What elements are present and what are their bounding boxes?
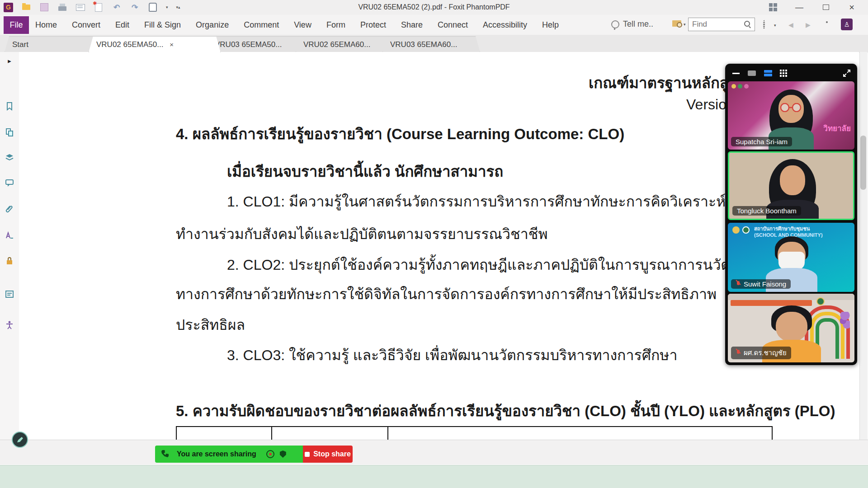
sidebar-expand-icon[interactable]: ▸ bbox=[4, 56, 15, 66]
search-in-files-icon[interactable] bbox=[672, 20, 681, 27]
undo-icon[interactable]: ↶ bbox=[112, 2, 122, 12]
menu-home[interactable]: Home bbox=[35, 20, 57, 30]
title-bar: G ↶ ↷ ▾ ▾▴ VRU02 65EMA502 (2).pdf - Foxi… bbox=[0, 0, 868, 15]
tab-vru02-65ema602[interactable]: VRU02 65EMA60... bbox=[296, 36, 396, 52]
video-tile-tongluck[interactable]: Tongluck Boontham bbox=[728, 151, 854, 220]
menu-view[interactable]: View bbox=[294, 20, 311, 30]
table-top-border bbox=[176, 426, 773, 427]
search-dropdown-icon[interactable]: ▾ bbox=[684, 22, 686, 27]
signature-panel-icon[interactable] bbox=[4, 230, 15, 241]
menu-connect[interactable]: Connect bbox=[438, 20, 468, 30]
open-file-icon[interactable] bbox=[21, 2, 31, 12]
zoom-minimize-icon[interactable] bbox=[731, 69, 741, 77]
minimize-button[interactable]: — bbox=[794, 3, 805, 12]
attachments-panel-icon[interactable] bbox=[4, 204, 15, 215]
accessibility-panel-icon[interactable] bbox=[4, 319, 15, 330]
flowers bbox=[840, 312, 850, 330]
doc-clo2-line2: ทางการศึกษาด้วยทักษะการใช้ดิจิทัลในการจั… bbox=[176, 282, 717, 305]
menu-convert[interactable]: Convert bbox=[72, 20, 100, 30]
zoom-speaker-view-icon[interactable] bbox=[747, 69, 757, 77]
tell-me-button[interactable]: Tell me.. bbox=[611, 19, 653, 29]
red-glasses bbox=[777, 103, 806, 112]
zoom-grid-view-icon[interactable] bbox=[778, 69, 788, 77]
tab-vru02-65ema502[interactable]: VRU02 65EMA50... × bbox=[89, 36, 221, 52]
customize-toolbar-icon[interactable]: ▾▴ bbox=[176, 5, 180, 9]
mic-muted-icon bbox=[736, 350, 741, 356]
restore-button[interactable] bbox=[821, 3, 831, 12]
doc-section5-heading: 5. ความรับผิดชอบของรายวิชาต่อผลลัพธ์การเ… bbox=[176, 399, 835, 423]
file-menu-button[interactable]: File bbox=[4, 16, 29, 34]
comments-panel-icon[interactable] bbox=[4, 178, 15, 188]
menu-protect[interactable]: Protect bbox=[360, 20, 386, 30]
ribbon-menu: File Home Convert Edit Fill & Sign Organ… bbox=[0, 15, 868, 35]
tile4-logo-icon bbox=[816, 297, 825, 305]
menu-help[interactable]: Help bbox=[542, 20, 559, 30]
table-vline bbox=[176, 426, 177, 440]
annotate-pencil-button[interactable] bbox=[12, 432, 28, 448]
recording-indicator-icon bbox=[266, 450, 274, 458]
foxit-logo-icon[interactable]: G bbox=[4, 3, 13, 12]
lightbulb-icon bbox=[611, 20, 619, 28]
table-vline bbox=[271, 426, 272, 440]
tile4-top-strip bbox=[728, 294, 854, 300]
hand-tool-icon[interactable] bbox=[148, 2, 158, 12]
table-vline bbox=[772, 426, 773, 440]
participant-name: Suwit Faisong bbox=[731, 279, 791, 289]
person-face bbox=[776, 312, 807, 342]
stop-share-button[interactable]: Stop share bbox=[303, 446, 353, 463]
desktop: G ↶ ↷ ▾ ▾▴ VRU02 65EMA502 (2).pdf - Foxi… bbox=[0, 0, 868, 488]
participant-name: ผศ.ดร.ชาญชัย bbox=[731, 347, 791, 359]
security-lock-icon[interactable] bbox=[4, 255, 15, 266]
print-icon[interactable] bbox=[57, 2, 67, 12]
zoom-gallery-strip-icon[interactable] bbox=[763, 69, 773, 77]
gear-icon[interactable] bbox=[763, 21, 765, 29]
menu-accessibility[interactable]: Accessibility bbox=[483, 20, 527, 30]
menu-edit[interactable]: Edit bbox=[115, 20, 129, 30]
person-face bbox=[780, 165, 805, 195]
scrollbar-thumb[interactable] bbox=[860, 136, 866, 190]
account-avatar[interactable]: ♙ bbox=[841, 19, 853, 30]
zoom-meeting-panel: วิทยาลัย Supatcha Sri-iam Tongluck Boont… bbox=[725, 64, 857, 365]
menu-comment[interactable]: Comment bbox=[244, 20, 279, 30]
zoom-expand-icon[interactable] bbox=[842, 69, 852, 77]
video-tile-supatcha[interactable]: วิทยาลัย Supatcha Sri-iam bbox=[728, 81, 854, 150]
video-tile-suwit[interactable]: สถาบันการศึกษากับชุมชน (SCHOOL AND COMMU… bbox=[728, 223, 854, 292]
gear-dropdown-icon[interactable]: ▾ bbox=[774, 23, 776, 28]
tile4-orange-banner bbox=[731, 300, 812, 306]
participant-name: Supatcha Sri-iam bbox=[731, 137, 792, 146]
back-arrow-icon[interactable]: ◀ bbox=[788, 21, 793, 28]
menu-share[interactable]: Share bbox=[401, 20, 423, 30]
menu-organize[interactable]: Organize bbox=[196, 20, 229, 30]
tab-close-icon[interactable]: × bbox=[170, 41, 174, 48]
redo-icon[interactable]: ↷ bbox=[130, 2, 140, 12]
create-pdf-icon[interactable] bbox=[94, 2, 104, 12]
tab-start[interactable]: Start bbox=[5, 36, 102, 52]
hand-tool-dropdown-icon[interactable]: ▾ bbox=[166, 5, 168, 9]
doc-clo2-line3: ประสิทธิผล bbox=[176, 313, 245, 336]
menu-form[interactable]: Form bbox=[326, 20, 345, 30]
windows-taskbar: Search M365 N GPDF L O LINE bbox=[0, 465, 868, 488]
menu-fill-sign[interactable]: Fill & Sign bbox=[144, 20, 181, 30]
layout-grid-icon[interactable] bbox=[768, 3, 778, 12]
page-thumbnails-icon[interactable] bbox=[4, 127, 15, 138]
save-icon[interactable] bbox=[39, 2, 49, 12]
doc-clo2-line1: 2. CLO2: ประยุกต์ใช้องค์ความรู้ทั้งภาคทฤ… bbox=[227, 253, 739, 276]
doc-section4-heading: 4. ผลลัพธ์การเรียนรู้ของรายวิชา (Course … bbox=[176, 122, 624, 146]
tile1-logo-icon bbox=[744, 84, 749, 89]
layers-panel-icon[interactable] bbox=[4, 152, 15, 163]
forward-arrow-icon[interactable]: ▶ bbox=[806, 21, 811, 28]
video-tile-chanchai[interactable]: ผศ.ดร.ชาญชัย bbox=[728, 294, 854, 362]
tab-vru03-65ema602[interactable]: VRU03 65EMA60... bbox=[382, 36, 480, 52]
navigation-sidebar: ▸ bbox=[0, 52, 19, 440]
email-icon[interactable] bbox=[75, 2, 85, 12]
form-fields-panel-icon[interactable] bbox=[4, 289, 15, 300]
vertical-scrollbar[interactable] bbox=[859, 52, 868, 440]
tile1-logo-icon bbox=[738, 84, 742, 89]
tile3-logo-icon bbox=[732, 226, 740, 234]
bookmarks-panel-icon[interactable] bbox=[4, 101, 15, 112]
participant-name: Tongluck Boontham bbox=[732, 206, 801, 216]
close-button[interactable]: × bbox=[846, 3, 857, 12]
sharing-message: You are screen sharing bbox=[177, 450, 256, 458]
tab-vru03-65ema502[interactable]: VRU03 65EMA50... bbox=[207, 36, 309, 52]
find-magnifier-icon[interactable] bbox=[744, 20, 750, 28]
